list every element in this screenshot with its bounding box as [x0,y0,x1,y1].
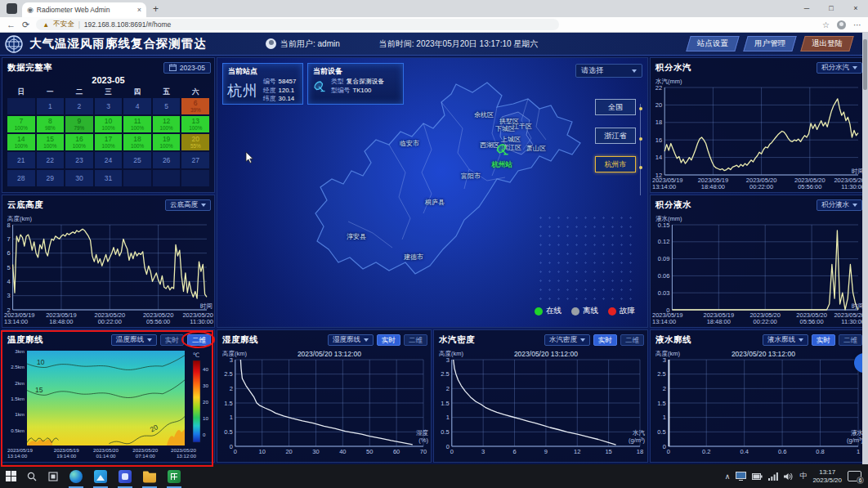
calendar-day-cell[interactable]: 24 [95,152,123,168]
calendar-day-cell[interactable]: 15100% [37,134,65,150]
calendar-day-cell[interactable]: 30 [65,170,93,186]
calendar-day-cell[interactable]: 16100% [65,134,93,150]
calendar-day-cell[interactable]: 4 [123,98,151,114]
tray-network-icon[interactable] [768,472,778,481]
notification-icon[interactable]: 6 [848,471,861,481]
ime-indicator[interactable]: 中 [799,471,807,481]
calendar-day-cell[interactable]: 7100% [7,116,35,132]
humidity-profile-select[interactable]: 湿度廓线 [328,334,374,346]
calendar-day-cell[interactable]: 2055% [181,134,209,150]
calendar-day-cell[interactable]: 10100% [95,116,123,132]
taskbar-clock[interactable]: 13:17 2023/5/20 [812,468,842,485]
window-minimize-button[interactable]: ─ [794,0,819,17]
taskbar-app-edge[interactable] [64,464,88,488]
svg-text:0: 0 [234,448,237,455]
svg-text:0.8: 0.8 [816,448,824,455]
ipwv-select[interactable]: 积分水汽 [817,62,862,74]
calendar-day-cell[interactable]: 11100% [123,116,151,132]
calendar-day-cell[interactable]: 19100% [153,134,181,150]
calendar-day-cell[interactable]: 26 [153,152,181,168]
calendar-day-cell[interactable]: 23 [65,152,93,168]
calendar-day-cell[interactable]: 25 [123,152,151,168]
svg-text:1: 1 [857,448,860,455]
calendar-day-cell[interactable]: 14100% [7,134,35,150]
scrollbar-thumb[interactable] [863,39,867,90]
station-marker[interactable]: 杭州站 [491,143,512,170]
taskbar-app-green[interactable] [162,464,186,488]
liquid-realtime-button[interactable]: 实时 [812,334,835,346]
calendar-day-cell[interactable]: 31 [95,170,123,186]
calendar-day-cell[interactable]: 17100% [95,134,123,150]
cloud-base-select[interactable]: 云底高度 [165,199,211,211]
profile-avatar[interactable] [837,20,846,29]
tray-monitor-icon[interactable] [736,472,746,481]
calendar-day-cell[interactable]: 5 [153,98,181,114]
tray-volume-icon[interactable] [784,472,794,481]
page-scrollbar[interactable] [862,33,868,464]
map-device-select[interactable]: 请选择 [575,64,642,78]
calendar-day-cell[interactable]: 2 [65,98,93,114]
task-view-icon[interactable] [43,464,64,488]
logout-button[interactable]: 退出登陆 [800,36,853,51]
vapor-density-select[interactable]: 水汽密度 [544,334,590,346]
calendar-day-cell[interactable]: 29 [37,170,65,186]
humidity-profile-chart: 00.511.522.53010203040506070高度(km)湿度(%)2… [217,347,431,462]
site-settings-button[interactable]: 站点设置 [686,36,739,51]
url-field[interactable]: ▲ 不安全 | 192.168.8.108:8691/#/home [36,19,559,30]
calendar-day-cell[interactable]: 13100% [181,116,209,132]
ilw-select[interactable]: 积分液水 [817,199,862,211]
temp-profile-select[interactable]: 温度廓线 [111,334,157,346]
window-maximize-button[interactable]: □ [819,0,843,17]
liquid-profile-select[interactable]: 液水廓线 [763,334,808,346]
svg-text:0.5km: 0.5km [11,428,25,433]
station-info-row: 经度120.1 [263,87,296,96]
calendar-day-cell[interactable]: 12100% [153,116,181,132]
calendar-day-cell[interactable]: 28 [7,170,35,186]
calendar-day-cell [153,170,181,186]
liquid-2d-button[interactable]: 二维 [839,334,862,346]
browser-tab[interactable]: ◉ Radiometer Web Admin × [22,2,146,17]
taskbar-app-photos[interactable] [88,464,113,488]
vapor-2d-button[interactable]: 二维 [620,334,644,346]
map-panel[interactable]: 余杭区拱墅区下城区江干区上城区西湖区滨江区萧山区临安市富阳市桐庐县淳安县建德市杭… [217,57,648,328]
temp-2d-button[interactable]: 二维 [187,334,211,346]
humidity-2d-button[interactable]: 二维 [404,334,427,346]
map-level-button[interactable]: 浙江省 [595,128,636,144]
favorites-icon[interactable]: ☆ [822,20,830,29]
calendar-day-cell[interactable]: 18100% [123,134,151,150]
humidity-realtime-button[interactable]: 实时 [377,334,400,346]
search-icon[interactable] [21,464,43,488]
calendar-day-cell[interactable]: 639% [181,98,209,114]
tray-battery-icon[interactable] [752,472,763,481]
svg-text:0.03: 0.03 [658,289,670,297]
vapor-density-panel: 水汽密度 水汽密度 实时 二维 00.511.522.530369121518高… [433,329,648,463]
tab-actions-icon[interactable] [7,3,17,14]
calendar-day-cell[interactable]: 3 [95,98,123,114]
vapor-realtime-button[interactable]: 实时 [593,334,617,346]
calendar-day-cell[interactable]: 1 [37,98,65,114]
calendar-day-cell[interactable]: 22 [37,152,65,168]
taskbar-app-explorer[interactable] [137,464,162,488]
calendar-day-cell[interactable]: 898% [37,116,65,132]
browser-menu-icon[interactable]: ⋯ [853,20,861,29]
new-tab-button[interactable]: + [153,3,159,15]
svg-text:1: 1 [446,414,450,421]
tray-expand-icon[interactable]: ∧ [725,472,731,481]
taskbar-app-blue[interactable] [113,464,137,488]
tab-close-icon[interactable]: × [137,6,141,14]
calendar-day-cell[interactable]: 21 [7,152,35,168]
refresh-button[interactable]: ⟳ [22,17,29,33]
back-button[interactable]: ← [7,17,16,33]
temp-realtime-button[interactable]: 实时 [160,334,184,346]
map-level-button[interactable]: 杭州市 [595,156,636,172]
user-management-button[interactable]: 用户管理 [743,36,796,51]
temperature-heatmap: 1015203km2.5km2km1.5km1km0.5km2023/05/19… [2,347,214,462]
calendar-day-cell[interactable]: 979% [65,116,93,132]
svg-text:15: 15 [35,386,43,394]
map-level-button[interactable]: 全国 [595,99,636,115]
window-close-button[interactable]: × [843,0,868,17]
start-button[interactable] [0,464,21,488]
calendar-day-cell[interactable]: 27 [181,152,209,168]
liquid-water-profile-panel: 液水廓线 液水廓线 实时 二维 00.511.522.5300.20.40.60… [650,329,866,463]
month-picker[interactable]: 2023-05 [163,62,211,74]
